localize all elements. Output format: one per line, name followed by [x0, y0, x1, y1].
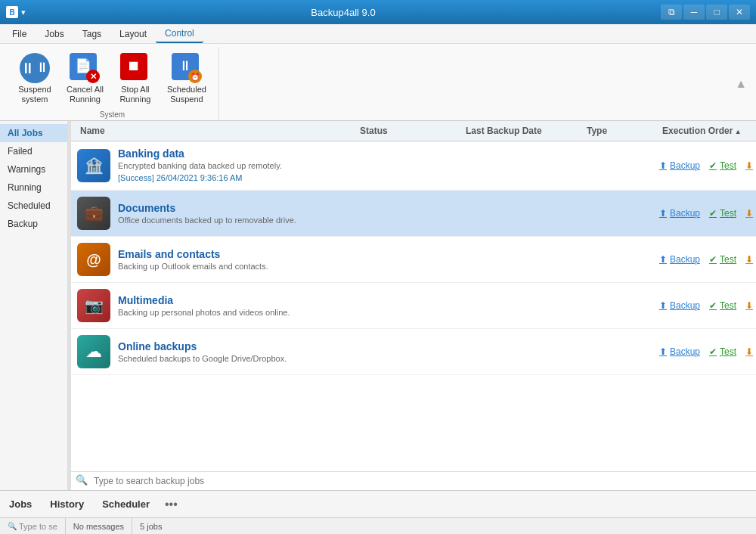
test-check-icon: ✔ [709, 208, 717, 219]
job-actions-emails: ⬆ Backup ✔ Test ⬇ Restore [659, 254, 750, 265]
status-bar: 🔍 Type to se No messages 5 jobs [0, 517, 756, 534]
test-action-documents[interactable]: ✔ Test [709, 208, 736, 219]
menu-jobs[interactable]: Jobs [36, 26, 73, 42]
ribbon-group-items: ⏸ Suspend system 📄 ✕ [12, 47, 212, 107]
app-title: Backup4all 9.0 [26, 7, 661, 18]
job-icon-multimedia: 📷 [77, 289, 110, 322]
col-execution-order[interactable]: Execution Order [659, 124, 750, 138]
col-status: Status [357, 124, 463, 138]
sidebar-item-all-jobs[interactable]: All Jobs [0, 124, 67, 142]
title-bar-left: B ▾ [6, 6, 26, 18]
backup-action-online[interactable]: ⬆ Backup [659, 346, 700, 357]
test-check-icon: ✔ [709, 346, 717, 357]
job-desc-banking: Encrypted banking data backed up remotel… [118, 161, 282, 170]
table-row[interactable]: 💼 Documents Office documents backed up t… [71, 191, 756, 237]
restore-arrow-icon: ⬇ [745, 346, 753, 357]
job-info-emails: @ Emails and contacts Backing up Outlook… [77, 243, 357, 276]
job-name-banking: Banking data [118, 147, 282, 160]
job-text-banking: Banking data Encrypted banking data back… [118, 147, 282, 184]
job-info-banking: 🏦 Banking data Encrypted banking data ba… [77, 147, 357, 184]
menu-bar: File Jobs Tags Layout Control [0, 24, 756, 44]
job-text-emails: Emails and contacts Backing up Outlook e… [118, 248, 268, 271]
test-action-online[interactable]: ✔ Test [709, 346, 736, 357]
backup-action-banking[interactable]: ⬆ Backup [659, 160, 700, 171]
table-row[interactable]: 📷 Multimedia Backing up personal photos … [71, 283, 756, 329]
backup-action-emails[interactable]: ⬆ Backup [659, 254, 700, 265]
search-bar: 🔍 [71, 471, 756, 490]
main-content: All Jobs Failed Warnings Running Schedul… [0, 121, 756, 490]
restore-arrow-icon: ⬇ [745, 300, 753, 311]
job-name-documents: Documents [118, 202, 296, 214]
restore-action-documents[interactable]: ⬇ Restore [745, 208, 756, 219]
scheduled-suspend-button[interactable]: ⏸ ⏰ Scheduled Suspend [161, 50, 212, 107]
job-icon-online: ☁ [77, 335, 110, 368]
suspend-system-button[interactable]: ⏸ Suspend system [12, 50, 57, 107]
menu-tags[interactable]: Tags [73, 26, 110, 42]
search-magnifier-icon: 🔍 [76, 474, 88, 488]
sidebar-item-running[interactable]: Running [0, 179, 67, 197]
menu-layout[interactable]: Layout [110, 26, 156, 42]
close-button[interactable]: ✕ [729, 5, 750, 20]
tab-scheduler[interactable]: Scheduler [99, 492, 153, 516]
left-search-section: 🔍 Type to se [0, 518, 66, 534]
ribbon-group-system-label: System [12, 107, 212, 120]
restore-button[interactable]: ⧉ [661, 5, 682, 20]
suspend-label: Suspend system [18, 85, 51, 104]
more-tabs-button[interactable]: ••• [165, 498, 178, 511]
scroll-up-icon[interactable]: ▲ [735, 77, 747, 91]
restore-arrow-icon: ⬇ [745, 208, 753, 219]
tab-history[interactable]: History [47, 492, 87, 516]
job-status-banking[interactable]: [Success] 26/04/2021 9:36:16 AM [118, 173, 243, 182]
restore-action-emails[interactable]: ⬇ Restore [745, 254, 756, 265]
job-name-multimedia: Multimedia [118, 294, 290, 306]
title-bar: B ▾ Backup4all 9.0 ⧉ ─ □ ✕ [0, 0, 756, 24]
maximize-button[interactable]: □ [706, 5, 727, 20]
job-icon-documents: 💼 [77, 197, 110, 230]
stop-label: Stop All Running [119, 85, 150, 104]
table-row[interactable]: ☁ Online backups Scheduled backups to Go… [71, 329, 756, 375]
job-list: 🏦 Banking data Encrypted banking data ba… [71, 141, 756, 471]
jobs-panel: Name Status Last Backup Date Type Execut… [71, 121, 756, 490]
cancel-all-running-button[interactable]: 📄 ✕ Cancel All Running [60, 50, 110, 107]
job-text-documents: Documents Office documents backed up to … [118, 202, 296, 225]
ribbon-scroll: ▲ [732, 47, 750, 120]
test-check-icon: ✔ [709, 300, 717, 311]
test-action-multimedia[interactable]: ✔ Test [709, 300, 736, 311]
job-desc-documents: Office documents backed up to removable … [118, 216, 296, 225]
cancel-icon: 📄 ✕ [70, 53, 100, 83]
sidebar-item-failed[interactable]: Failed [0, 142, 67, 160]
stop-all-running-button[interactable]: ⏹ Stop All Running [113, 50, 158, 107]
left-search-text: Type to se [19, 522, 57, 531]
cancel-label: Cancel All Running [67, 85, 104, 104]
table-row[interactable]: 🏦 Banking data Encrypted banking data ba… [71, 141, 756, 191]
minimize-button[interactable]: ─ [683, 5, 705, 20]
restore-action-banking[interactable]: ⬇ Restore [745, 160, 756, 171]
scheduled-icon: ⏸ ⏰ [172, 53, 202, 83]
job-icon-emails: @ [77, 243, 110, 276]
test-check-icon: ✔ [709, 254, 717, 265]
status-jobs: 5 jobs [132, 518, 169, 534]
ribbon-group-system: ⏸ Suspend system 📄 ✕ [6, 47, 219, 120]
col-last-backup-date: Last Backup Date [463, 124, 584, 138]
menu-control[interactable]: Control [156, 25, 203, 43]
backup-action-multimedia[interactable]: ⬆ Backup [659, 300, 700, 311]
job-text-multimedia: Multimedia Backing up personal photos an… [118, 294, 290, 317]
table-row[interactable]: @ Emails and contacts Backing up Outlook… [71, 237, 756, 283]
job-text-online: Online backups Scheduled backups to Goog… [118, 340, 287, 363]
restore-action-multimedia[interactable]: ⬇ Restore [745, 300, 756, 311]
backup-arrow-icon: ⬆ [659, 300, 667, 311]
restore-action-online[interactable]: ⬇ Restore [745, 346, 756, 357]
table-header: Name Status Last Backup Date Type Execut… [71, 121, 756, 141]
test-action-banking[interactable]: ✔ Test [709, 160, 736, 171]
sidebar-item-backup[interactable]: Backup [0, 215, 67, 233]
menu-file[interactable]: File [3, 26, 36, 42]
sidebar-item-scheduled[interactable]: Scheduled [0, 197, 67, 215]
col-type: Type [584, 124, 659, 138]
tab-jobs[interactable]: Jobs [6, 492, 35, 516]
search-input[interactable] [91, 474, 751, 488]
job-desc-online: Scheduled backups to Google Drive/Dropbo… [118, 354, 287, 363]
test-action-emails[interactable]: ✔ Test [709, 254, 736, 265]
job-info-multimedia: 📷 Multimedia Backing up personal photos … [77, 289, 357, 322]
backup-action-documents[interactable]: ⬆ Backup [659, 208, 700, 219]
sidebar-item-warnings[interactable]: Warnings [0, 160, 67, 179]
